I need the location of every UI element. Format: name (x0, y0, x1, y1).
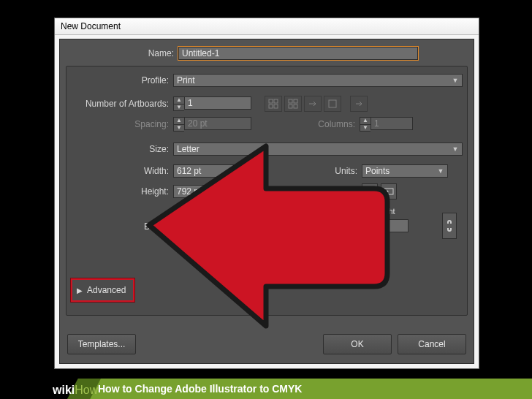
chevron-down-icon: ▼ (450, 142, 460, 156)
link-bleed-icon[interactable] (442, 213, 457, 239)
footer-article-title: How to Change Adobe Illustrator to CMYK (98, 383, 302, 395)
column-arrow-icon[interactable] (324, 96, 341, 112)
svg-rect-5 (289, 104, 292, 108)
dialog-titlebar[interactable]: New Document (55, 18, 479, 35)
step-down-icon[interactable]: ▼ (295, 227, 305, 234)
svg-rect-1 (274, 99, 278, 103)
arrange-rtl-icon[interactable] (350, 96, 368, 112)
grid-by-column-icon[interactable] (284, 96, 302, 112)
artboard-layout-group (265, 96, 368, 112)
bleed-right-stepper[interactable]: ▲▼ (355, 219, 408, 234)
spacing-label: Spacing: (66, 119, 173, 129)
svg-rect-2 (269, 104, 273, 108)
wikihow-footer: How to Change Adobe Illustrator to CMYK … (0, 379, 532, 399)
height-input[interactable] (173, 185, 240, 198)
svg-rect-7 (294, 104, 297, 108)
units-value: Points (365, 164, 390, 178)
dialog-body: Name: Profile: Print ▼ Number of Artboar… (59, 39, 474, 364)
cancel-button[interactable]: Cancel (398, 334, 466, 354)
size-value: Letter (177, 142, 200, 156)
step-down-icon[interactable]: ▼ (174, 227, 184, 234)
ok-button[interactable]: OK (323, 334, 392, 354)
step-down-icon: ▼ (174, 125, 184, 132)
bleed-top-stepper[interactable]: ▲▼ (173, 219, 227, 234)
templates-button[interactable]: Templates... (67, 334, 136, 354)
width-input[interactable] (173, 164, 240, 178)
color-mode-partial-label: Color Mode: (140, 302, 187, 312)
triangle-right-icon: ▶ (77, 286, 83, 294)
profile-value: Print (177, 74, 195, 87)
bleed-bottom-label: Bottom (245, 207, 270, 216)
row-arrow-icon[interactable] (304, 96, 322, 112)
spacing-input (184, 117, 251, 130)
columns-stepper: ▲▼ (360, 117, 413, 132)
orientation-portrait-button[interactable] (362, 183, 378, 200)
advanced-label: Advanced (87, 285, 126, 295)
step-down-icon: ▼ (360, 125, 370, 132)
artboards-stepper[interactable]: ▲▼ (173, 96, 251, 111)
bleed-right-input[interactable] (366, 219, 408, 232)
new-document-dialog: New Document Name: Profile: Print ▼ (54, 18, 479, 369)
svg-rect-6 (294, 99, 297, 103)
size-label: Size: (66, 144, 173, 154)
logo-wiki: wiki (53, 384, 75, 396)
chevron-down-icon: ▼ (436, 164, 446, 178)
artboards-input[interactable] (184, 96, 251, 110)
artboards-label: Number of Artboards: (66, 99, 173, 109)
advanced-disclosure[interactable]: ▶ Advanced (71, 278, 134, 302)
bleed-bottom-input[interactable] (245, 219, 287, 232)
orientation-landscape-button[interactable] (381, 183, 397, 200)
svg-rect-3 (274, 104, 278, 108)
svg-rect-11 (384, 189, 393, 194)
bleed-bottom-stepper[interactable]: ▲▼ (234, 219, 287, 234)
profile-label: Profile: (66, 75, 173, 86)
dialog-title: New Document (61, 21, 121, 31)
step-down-icon[interactable]: ▼ (356, 227, 366, 234)
svg-point-12 (387, 191, 389, 193)
bleed-label: Bleed: (66, 221, 173, 232)
columns-label: Columns: (251, 119, 360, 129)
name-input[interactable] (178, 47, 418, 60)
profile-select[interactable]: Print ▼ (173, 74, 463, 87)
units-label: Units: (240, 166, 362, 176)
orientation-label: Orientation: (240, 186, 362, 197)
templates-label: Templates... (78, 339, 126, 349)
bleed-left-stepper[interactable]: ▲▼ (294, 219, 348, 234)
bleed-right-label: Right (376, 207, 395, 216)
chevron-down-icon: ▼ (450, 74, 460, 87)
svg-rect-8 (329, 100, 336, 107)
width-label: Width: (66, 166, 173, 176)
bleed-top-label: Top (182, 207, 195, 216)
logo-how: How (75, 384, 98, 396)
wikihow-logo: wikiHow (53, 384, 98, 397)
svg-rect-0 (269, 99, 273, 103)
units-select[interactable]: Points ▼ (362, 164, 448, 178)
svg-rect-9 (367, 187, 373, 196)
bleed-left-input[interactable] (305, 219, 348, 232)
ok-label: OK (351, 339, 363, 349)
cancel-label: Cancel (418, 339, 445, 349)
name-label: Name: (60, 48, 178, 58)
bleed-top-input[interactable] (184, 219, 227, 232)
settings-panel: Profile: Print ▼ Number of Artboards: ▲▼ (66, 66, 468, 316)
svg-point-10 (369, 189, 371, 191)
size-select[interactable]: Letter ▼ (173, 142, 463, 156)
svg-rect-4 (289, 99, 292, 103)
step-down-icon[interactable]: ▼ (174, 104, 184, 111)
columns-input (370, 117, 413, 130)
spacing-stepper: ▲▼ (173, 117, 251, 132)
grid-by-row-icon[interactable] (265, 96, 282, 112)
bleed-left-label: Left (314, 207, 327, 216)
height-label: Height: (66, 186, 173, 197)
step-down-icon[interactable]: ▼ (235, 227, 245, 234)
